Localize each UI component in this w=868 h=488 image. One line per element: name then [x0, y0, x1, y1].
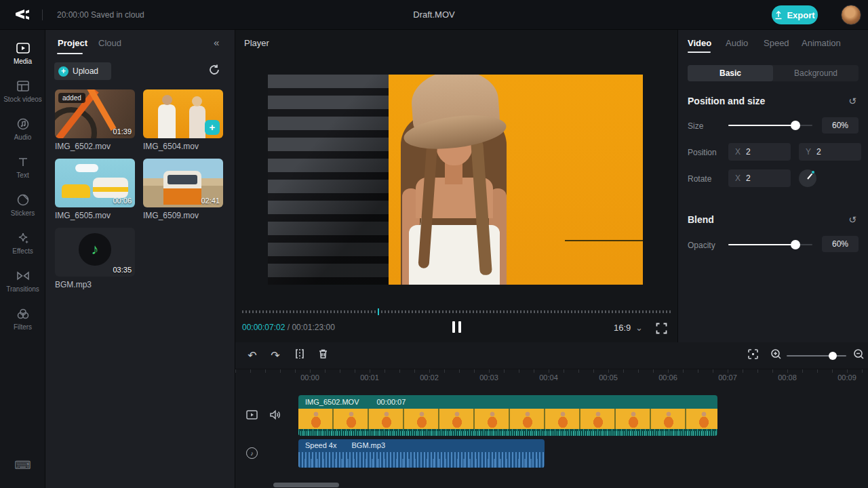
- delete-button[interactable]: [315, 348, 330, 363]
- timeline-zoom-slider[interactable]: [787, 355, 846, 357]
- tab-audio[interactable]: Audio: [726, 38, 748, 48]
- stickers-icon: [0, 192, 45, 207]
- filters-icon: [0, 306, 45, 321]
- user-avatar[interactable]: [841, 5, 861, 25]
- zoom-in-button[interactable]: [768, 348, 783, 363]
- rotate-dial[interactable]: [799, 169, 816, 187]
- effects-icon: [0, 230, 45, 245]
- tab-speed[interactable]: Speed: [764, 38, 789, 48]
- keyboard-shortcuts-icon[interactable]: ⌨: [0, 458, 45, 472]
- split-button[interactable]: [292, 348, 307, 363]
- video-clip-filmstrip: [298, 409, 717, 429]
- tab-cloud[interactable]: Cloud: [98, 38, 121, 48]
- dial-indicator-dot: [812, 171, 814, 174]
- refresh-icon[interactable]: [208, 64, 222, 77]
- left-nav-rail: Media Stock videos Audio Text Stickers: [0, 30, 45, 488]
- media-card-img6505[interactable]: 00:06 IMG_6505.mov: [55, 159, 135, 220]
- upload-button[interactable]: + Upload: [54, 62, 111, 80]
- y-label: Y: [806, 147, 811, 157]
- time-display: 00:00:07:02 / 00:01:23:00: [242, 323, 335, 332]
- rotate-value: 2: [746, 174, 751, 183]
- position-x-field[interactable]: X 2: [728, 143, 791, 161]
- audio-track-icon[interactable]: ♪: [246, 447, 258, 459]
- basic-background-switch: Basic Background: [688, 65, 859, 81]
- media-card-bgm[interactable]: ♪ 03:35 BGM.mp3: [55, 228, 135, 289]
- slider-fill: [728, 125, 795, 126]
- nav-item-media[interactable]: Media: [0, 41, 45, 75]
- active-tab-underline: [688, 52, 711, 53]
- ruler-label: 00:04: [539, 373, 558, 382]
- ruler-label: 00:03: [479, 373, 498, 382]
- segment-background[interactable]: Background: [773, 65, 859, 81]
- active-tab-underline: [57, 53, 83, 54]
- nav-item-audio[interactable]: Audio: [0, 117, 45, 150]
- redo-button[interactable]: ↷: [268, 348, 283, 363]
- x-label: X: [735, 174, 741, 183]
- slider-knob[interactable]: [791, 121, 800, 130]
- audio-clip-waveform: [298, 451, 545, 468]
- timeline-ruler[interactable]: 00:00 00:01 00:02 00:03 00:04 00:05 00:0…: [235, 369, 868, 386]
- video-preview[interactable]: [268, 75, 643, 285]
- size-value[interactable]: 60%: [822, 117, 859, 134]
- aspect-ratio-value: 16:9: [614, 323, 631, 333]
- slider-fill: [728, 244, 795, 245]
- media-card-img6502[interactable]: added 01:39 IMG_6502.mov: [55, 89, 135, 151]
- nav-item-transitions[interactable]: Transitions: [0, 268, 45, 302]
- nav-label: Audio: [0, 134, 45, 141]
- nav-item-effects[interactable]: Effects: [0, 230, 45, 264]
- timeline-video-clip[interactable]: IMG_6502.MOV 00:00:07: [298, 395, 717, 436]
- thumbnail-art: [192, 96, 202, 106]
- thumbnail: +: [143, 89, 223, 138]
- reset-position-size-icon[interactable]: ↺: [846, 96, 859, 106]
- size-label: Size: [688, 121, 703, 131]
- preview-scrubber[interactable]: [242, 310, 671, 313]
- nav-item-stock-videos[interactable]: Stock videos: [0, 79, 45, 113]
- slider-knob[interactable]: [791, 240, 800, 249]
- zoom-slider-knob[interactable]: [829, 352, 837, 360]
- pause-button[interactable]: [450, 321, 463, 333]
- timeline-audio-clip[interactable]: Speed 4x BGM.mp3: [298, 439, 545, 468]
- video-clip-duration: 00:00:07: [376, 398, 406, 406]
- add-to-timeline-button[interactable]: +: [205, 120, 220, 135]
- nav-item-stickers[interactable]: Stickers: [0, 192, 45, 226]
- scrubber-playhead[interactable]: [378, 308, 379, 315]
- zoom-out-button[interactable]: [851, 348, 866, 363]
- nav-item-filters[interactable]: Filters: [0, 306, 45, 340]
- opacity-slider[interactable]: [728, 244, 812, 245]
- document-title: Draft.MOV: [0, 9, 868, 20]
- collapse-panel-icon[interactable]: «: [214, 37, 219, 48]
- duration-badge: 02:41: [201, 197, 220, 205]
- media-card-img6509[interactable]: 02:41 IMG_6509.mov: [143, 159, 223, 220]
- position-label: Position: [688, 148, 717, 157]
- app-window: 20:00:00 Saved in cloud Draft.MOV Export…: [0, 0, 868, 488]
- current-time: 00:00:07:02: [242, 323, 285, 332]
- section-position-size: Position and size: [688, 96, 765, 106]
- timeline-horizontal-scrollbar[interactable]: [273, 483, 339, 487]
- audio-clip-name: BGM.mp3: [351, 441, 385, 449]
- segment-basic[interactable]: Basic: [688, 65, 773, 81]
- video-track-icon[interactable]: [246, 410, 258, 422]
- transitions-icon: [0, 268, 45, 283]
- aspect-ratio-selector[interactable]: 16:9 ⌄: [614, 323, 643, 333]
- tab-project[interactable]: Project: [58, 38, 87, 48]
- export-button[interactable]: Export: [772, 5, 818, 24]
- opacity-value[interactable]: 60%: [822, 236, 859, 252]
- duration-badge: 00:06: [113, 197, 132, 205]
- nav-item-text[interactable]: Text: [0, 155, 45, 188]
- tab-animation[interactable]: Animation: [802, 38, 841, 48]
- timeline-toolbar: ↶ ↷: [235, 342, 868, 369]
- thumbnail: 02:41: [143, 159, 223, 207]
- undo-button[interactable]: ↶: [245, 348, 260, 363]
- fullscreen-button[interactable]: [656, 323, 667, 334]
- reset-blend-icon[interactable]: ↺: [846, 214, 859, 225]
- mute-track-icon[interactable]: [269, 409, 281, 423]
- rotate-label: Rotate: [688, 174, 711, 184]
- media-card-img6504[interactable]: + IMG_6504.mov: [143, 89, 223, 151]
- rotate-x-field[interactable]: X 2: [728, 169, 791, 187]
- position-y-field[interactable]: Y 2: [799, 143, 861, 161]
- video-clip-waveform: [298, 429, 717, 436]
- tab-video[interactable]: Video: [688, 38, 711, 48]
- size-slider[interactable]: [728, 125, 812, 126]
- audio-clip-speed-badge: Speed 4x: [305, 441, 336, 449]
- snap-toggle-icon[interactable]: [745, 348, 760, 363]
